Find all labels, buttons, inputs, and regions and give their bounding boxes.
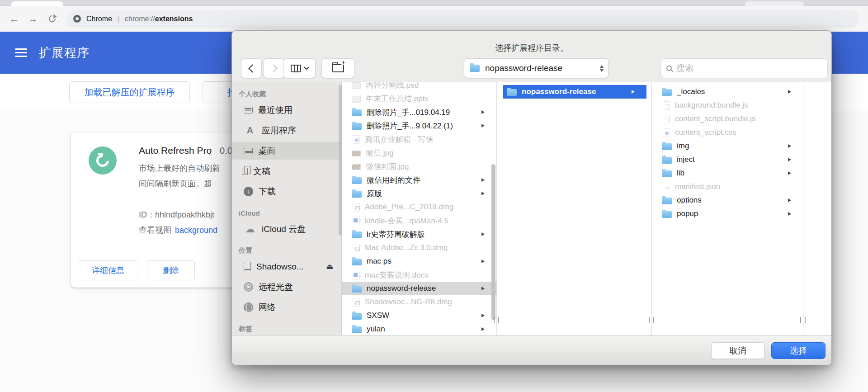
sidebar-item[interactable]: 下载 ⏏ [232, 181, 341, 202]
load-unpacked-button[interactable]: 加载已解压的扩展程序 [69, 81, 190, 103]
sidebar-label: 标签 [239, 325, 252, 333]
file-row[interactable]: 年末工作总结.pptx [342, 92, 496, 105]
file-row[interactable]: mac ps [342, 255, 496, 268]
file-row[interactable]: _locales [652, 85, 803, 99]
dialog-main: 个人收藏 ⏏ 最近使用 ⏏ 应用程序 ⏏ 桌面 [232, 82, 831, 336]
sidebar-item[interactable]: 桌面 ⏏ [232, 141, 341, 161]
sidebar-icon [244, 187, 253, 196]
chevron-right-icon [481, 232, 485, 236]
view-mode-button[interactable] [283, 58, 316, 78]
file-row[interactable]: SXSW [342, 309, 496, 322]
sidebar-item[interactable]: 个人收藏 ⏏ [232, 88, 341, 100]
path-dropdown[interactable]: nopassword-release [464, 58, 609, 78]
sidebar-item[interactable]: iCloud 云盘 ⏏ [232, 219, 341, 239]
file-row[interactable]: nopassword-release [342, 282, 496, 295]
file-icon [662, 198, 672, 204]
file-row[interactable]: popup [652, 207, 803, 221]
file-row[interactable]: Shadowsoc...NG-R8.dmg [342, 295, 496, 309]
dialog-forward-button[interactable] [264, 58, 284, 78]
extension-id-value: hhlndfpoakfhkbjt [155, 210, 214, 219]
file-row[interactable]: kindle-会买...rpaMan-4.5 [342, 214, 496, 227]
file-row[interactable]: lr史蒂芬周破解版 [342, 227, 496, 241]
file-row[interactable]: inject [652, 153, 803, 166]
file-row[interactable]: lib [652, 166, 803, 180]
details-button[interactable]: 详细信息 [78, 260, 138, 280]
file-row[interactable]: 腾讯企业邮箱 - 写信 [342, 132, 496, 146]
file-icon [352, 96, 361, 103]
sidebar-item[interactable]: 文稿 ⏏ [232, 161, 341, 181]
chevron-right-icon [481, 124, 485, 128]
sidebar-item[interactable]: 标签 ⏏ [232, 323, 341, 335]
sidebar-item[interactable]: 位置 ⏏ [232, 245, 341, 256]
file-row[interactable]: manifest.json [652, 180, 803, 194]
address-bar[interactable]: Chrome | chrome:// extensions [67, 10, 859, 28]
file-name: popup [677, 209, 785, 218]
menu-icon[interactable] [15, 48, 27, 57]
new-folder-button[interactable] [321, 58, 355, 78]
file-row[interactable]: 内容分割线.psd [342, 82, 496, 92]
browser-tab[interactable] [745, 1, 804, 6]
column-resize-handle[interactable] [649, 317, 654, 323]
address-url-host: extensions [155, 15, 193, 23]
file-name: lr史蒂芬周破解版 [367, 229, 479, 240]
file-row[interactable]: 微信封面.jpg [342, 160, 496, 173]
file-row[interactable]: mac安装说明.docx [342, 268, 496, 282]
sidebar-item[interactable]: 最近使用 ⏏ [232, 100, 341, 120]
sidebar-icon [244, 107, 253, 113]
file-row[interactable]: 微信用到的文件 [342, 173, 496, 187]
browser-tab[interactable] [11, 1, 63, 6]
file-icon [352, 191, 362, 198]
file-row[interactable]: img [652, 139, 803, 153]
file-row[interactable]: nopassword-release [503, 85, 646, 99]
file-name: 腾讯企业邮箱 - 写信 [365, 134, 479, 145]
file-column-1: 内容分割线.psd 年末工作总结.pptx 删除照片_手...019.04.19 [342, 82, 496, 336]
column-divider [803, 82, 803, 336]
file-icon [352, 326, 362, 333]
extension-id: ID：hhlndfpoakfhkbjt [139, 209, 214, 220]
back-button[interactable]: ← [6, 11, 22, 27]
choose-button[interactable]: 选择 [771, 342, 826, 359]
file-row[interactable]: Adobe_Pre...C_2018.dmg [342, 200, 496, 214]
sidebar-label: Shadowso... [256, 262, 304, 272]
file-row[interactable]: 微信.jpg [342, 146, 496, 160]
column-resize-handle[interactable] [494, 317, 499, 323]
file-row[interactable]: content_script.bundle.js [652, 112, 803, 126]
file-icon [352, 82, 361, 89]
forward-button[interactable]: → [25, 11, 41, 27]
file-row[interactable]: 原版 [342, 187, 496, 200]
file-column-3: _locales background.bundle.js content_sc… [652, 82, 803, 336]
file-row[interactable]: 删除照片_手...9.04.22 (1) [342, 119, 496, 132]
file-name: SXSW [367, 311, 479, 320]
column-scrollbar[interactable] [491, 164, 495, 320]
background-page-link[interactable]: background [175, 226, 217, 235]
eject-icon[interactable]: ⏏ [326, 262, 333, 271]
file-row[interactable]: yulan [342, 322, 496, 336]
dialog-back-button[interactable] [241, 58, 262, 78]
file-row[interactable]: content_script.css [652, 126, 803, 139]
file-row[interactable]: Mac Adobe...Zii 3.0.dmg [342, 241, 496, 255]
file-row[interactable]: 删除照片_手...019.04.19 [342, 105, 496, 119]
sidebar-item[interactable]: 远程光盘 ⏏ [232, 277, 341, 297]
file-icon [352, 164, 361, 170]
file-row[interactable]: options [652, 194, 803, 207]
file-row[interactable]: background.bundle.js [652, 99, 803, 112]
file-icon [353, 298, 360, 307]
column-resize-handle[interactable] [800, 317, 806, 323]
cancel-button[interactable]: 取消 [711, 342, 764, 359]
sidebar-item[interactable]: 应用程序 ⏏ [232, 120, 341, 141]
refresh-icon [94, 151, 111, 169]
search-input[interactable] [676, 63, 822, 73]
chevron-right-icon [481, 314, 485, 317]
dialog-sidebar: 个人收藏 ⏏ 最近使用 ⏏ 应用程序 ⏏ 桌面 [232, 82, 342, 336]
sidebar-item[interactable]: Shadowso... ⏏ [232, 256, 341, 277]
chevron-right-icon [481, 327, 485, 331]
reload-button[interactable] [44, 11, 60, 27]
sidebar-item[interactable]: iCloud ⏏ [232, 207, 341, 219]
sidebar-item[interactable]: 网络 ⏏ [232, 297, 341, 317]
search-field[interactable] [660, 58, 828, 78]
file-icon [353, 135, 360, 144]
sidebar-label: 应用程序 [262, 125, 296, 137]
path-dropdown-label: nopassword-release [485, 63, 596, 73]
remove-button[interactable]: 删除 [147, 260, 195, 280]
extension-id-label: ID： [139, 210, 155, 219]
